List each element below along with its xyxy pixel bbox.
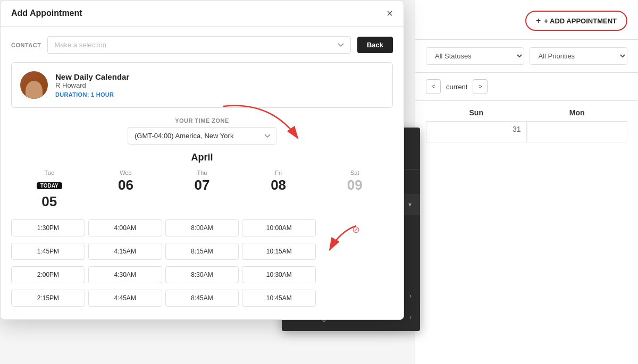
filter-row: All Statuses All Priorities (415, 40, 638, 73)
plus-icon: + (536, 16, 541, 26)
status-filter[interactable]: All Statuses (426, 47, 524, 65)
thu-header: Thu 07 (164, 170, 240, 215)
thu-slots: 8:00AM 8:15AM 8:30AM 8:45AM (165, 219, 239, 310)
calendar-avatar-figure (26, 81, 43, 99)
modal-close-button[interactable]: × (387, 8, 393, 19)
chevron-down-icon: ▾ (408, 201, 412, 208)
add-appointment-modal: Add Appointment × CONTACT Make a selecti… (0, 0, 404, 320)
slot-fri-2[interactable]: 10:15AM (242, 243, 316, 260)
slot-thu-3[interactable]: 8:30AM (165, 266, 239, 283)
slot-fri-1[interactable]: 10:00AM (242, 219, 316, 236)
calendar-info-card: New Daily Calendar R Howard DURATION: 1 … (11, 62, 393, 108)
slot-tue-4[interactable]: 2:15PM (11, 290, 85, 307)
contact-row: CONTACT Make a selection Back (11, 36, 393, 54)
sun-header: Sun (426, 108, 527, 121)
day-31[interactable]: 31 (426, 121, 527, 142)
calendar-grid-days: 31 (415, 121, 638, 142)
add-appointment-button[interactable]: + + ADD APPOINTMENT (525, 11, 627, 31)
timezone-select[interactable]: (GMT-04:00) America, New York (128, 127, 276, 145)
contact-field-label: CONTACT (11, 42, 41, 48)
time-slots-grid: 1:30PM 1:45PM 2:00PM 2:15PM 4:00AM 4:15A… (11, 219, 393, 310)
slot-fri-3[interactable]: 10:30AM (242, 266, 316, 283)
date-picker-header: Tue TODAY05 Wed 06 Thu 07 Fri 08 (11, 170, 393, 215)
slot-thu-4[interactable]: 8:45AM (165, 290, 239, 307)
calendar-name: New Daily Calendar (55, 72, 129, 81)
priority-filter[interactable]: All Priorities (530, 47, 628, 65)
slot-wed-4[interactable]: 4:45AM (88, 290, 162, 307)
modal-overlay: Add Appointment × CONTACT Make a selecti… (0, 0, 404, 282)
sat-disabled-icon: ⊘ (319, 219, 393, 240)
slot-thu-1[interactable]: 8:00AM (165, 219, 239, 236)
slot-fri-4[interactable]: 10:45AM (242, 290, 316, 307)
wed-header: Wed 06 (88, 170, 164, 215)
next-nav-button[interactable]: > (473, 79, 488, 94)
contact-select[interactable]: Make a selection (47, 36, 350, 54)
slot-wed-3[interactable]: 4:30AM (88, 266, 162, 283)
current-nav-label: current (446, 83, 467, 91)
calendar-toolbar: + + ADD APPOINTMENT (415, 0, 638, 40)
timezone-label: YOUR TIME ZONE (11, 117, 393, 124)
calendar-main-panel: + + ADD APPOINTMENT All Statuses All Pri… (415, 0, 638, 364)
chevron-right-billing-icon: › (409, 314, 412, 321)
day-empty[interactable] (527, 121, 628, 142)
fri-slots: 10:00AM 10:15AM 10:30AM 10:45AM (242, 219, 316, 310)
back-button[interactable]: Back (357, 37, 393, 53)
slot-wed-1[interactable]: 4:00AM (88, 219, 162, 236)
prev-nav-button[interactable]: < (426, 79, 441, 94)
wed-slots: 4:00AM 4:15AM 4:30AM 4:45AM (88, 219, 162, 310)
calendar-duration: DURATION: 1 hour (55, 91, 129, 98)
sat-header: Sat 09 (316, 170, 393, 215)
slot-wed-2[interactable]: 4:15AM (88, 243, 162, 260)
mon-header: Mon (527, 108, 628, 121)
today-badge: TODAY (37, 182, 62, 189)
modal-body: CONTACT Make a selection Back New Daily … (1, 27, 404, 319)
calendar-owner: R Howard (55, 81, 129, 89)
slot-tue-1[interactable]: 1:30PM (11, 219, 85, 236)
calendar-card-info: New Daily Calendar R Howard DURATION: 1 … (55, 72, 129, 98)
chevron-right-crm-icon: › (409, 292, 412, 300)
timezone-section: YOUR TIME ZONE (GMT-04:00) America, New … (11, 117, 393, 145)
fri-header: Fri 08 (240, 170, 317, 215)
sat-slots: ⊘ (319, 219, 393, 310)
calendar-avatar (20, 71, 48, 99)
tue-header: Tue TODAY05 (11, 170, 88, 215)
calendar-nav-row: < current > (415, 73, 638, 101)
slot-tue-3[interactable]: 2:00PM (11, 266, 85, 283)
month-label: April (11, 152, 393, 163)
slot-tue-2[interactable]: 1:45PM (11, 243, 85, 260)
tue-slots: 1:30PM 1:45PM 2:00PM 2:15PM (11, 219, 85, 310)
slot-thu-2[interactable]: 8:15AM (165, 243, 239, 260)
calendar-grid-header: Sun Mon (415, 108, 638, 121)
modal-title: Add Appointment (11, 9, 82, 18)
modal-title-bar: Add Appointment × (1, 1, 404, 27)
